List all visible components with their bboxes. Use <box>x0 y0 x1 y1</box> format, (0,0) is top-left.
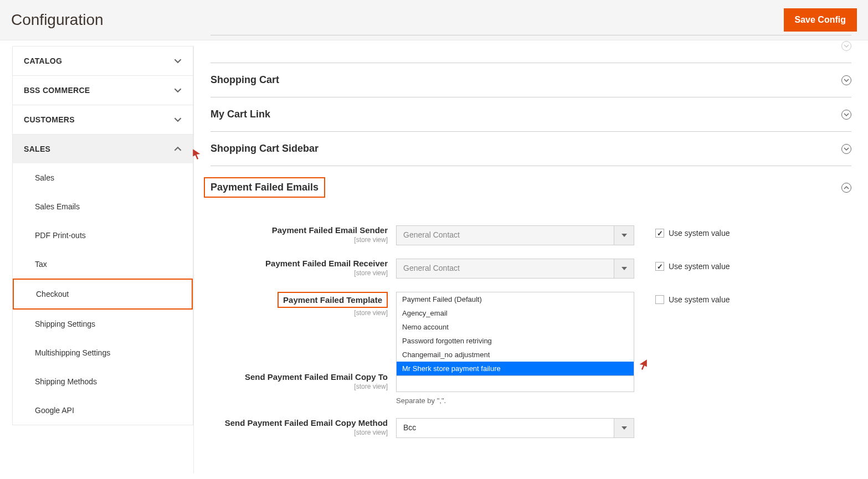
sidebar-group-catalog[interactable]: CATALOG <box>12 46 193 75</box>
sidebar-item-google-api[interactable]: Google API <box>13 396 193 425</box>
section-title: Payment Failed Emails <box>204 177 325 198</box>
main-content: Checkout Options Shopping Cart My Cart L… <box>194 40 868 473</box>
dropdown-option[interactable]: Password forgotten retriving <box>397 334 634 348</box>
sender-select[interactable]: General Contact <box>396 225 634 245</box>
checkbox-label: Use system value <box>669 295 730 304</box>
chevron-down-icon <box>174 116 182 123</box>
sidebar-group-label: BSS COMMERCE <box>24 86 90 95</box>
chevron-up-icon <box>174 145 182 153</box>
field-label: Payment Failed Email Sender <box>210 225 388 235</box>
sidebar-group-bss-commerce[interactable]: BSS COMMERCE <box>12 75 193 105</box>
row-copy-to: Send Payment Failed Email Copy To [store… <box>210 372 851 405</box>
dropdown-option[interactable]: Changemail_no adjustment <box>397 348 634 362</box>
expand-down-icon <box>841 144 851 154</box>
checkbox-label: Use system value <box>669 229 730 238</box>
dropdown-option[interactable]: Agency_email <box>397 306 634 320</box>
helper-text: Separate by ",". <box>396 396 634 405</box>
scope-label: [store view] <box>210 236 388 244</box>
sidebar-item-tax[interactable]: Tax <box>13 250 193 279</box>
sidebar-item-pdf-printouts[interactable]: PDF Print-outs <box>13 221 193 250</box>
annotation-arrow-icon <box>192 148 204 162</box>
sidebar-item-shipping-methods[interactable]: Shipping Methods <box>13 367 193 396</box>
annotation-arrow-icon <box>636 358 648 372</box>
dropdown-arrow-icon <box>614 226 634 245</box>
field-label: Send Payment Failed Email Copy To <box>210 372 388 382</box>
sidebar-item-shipping-settings[interactable]: Shipping Settings <box>13 310 193 338</box>
section-shopping-cart-sidebar[interactable]: Shopping Cart Sidebar <box>210 132 851 166</box>
sidebar-item-checkout[interactable]: Checkout <box>13 279 193 310</box>
page-title: Configuration <box>11 11 104 29</box>
payment-failed-form: Payment Failed Email Sender [store view]… <box>210 209 851 457</box>
row-template: Payment Failed Template [store view] Pay… <box>210 292 851 317</box>
sidebar-item-multishipping-settings[interactable]: Multishipping Settings <box>13 338 193 367</box>
sidebar: CATALOG BSS COMMERCE CUSTOMERS SALES <box>12 46 194 473</box>
dropdown-option[interactable]: Nemo account <box>397 320 634 334</box>
row-sender: Payment Failed Email Sender [store view]… <box>210 225 851 245</box>
sidebar-sales-items: Sales Sales Emails PDF Print-outs Tax Ch… <box>13 163 193 425</box>
scope-label: [store view] <box>210 269 388 277</box>
sidebar-group-label: SALES <box>24 145 50 153</box>
chevron-down-icon <box>174 86 182 94</box>
scope-label: [store view] <box>210 429 388 436</box>
field-label: Payment Failed Template <box>278 292 388 308</box>
select-value: General Contact <box>397 259 614 278</box>
select-value: General Contact <box>397 226 614 245</box>
expand-down-icon <box>841 41 851 51</box>
scope-label: [store view] <box>210 309 388 317</box>
sidebar-item-sales-emails[interactable]: Sales Emails <box>13 192 193 221</box>
dropdown-arrow-icon <box>614 419 634 437</box>
dropdown-option[interactable]: Payment Failed (Default) <box>397 292 634 306</box>
use-system-checkbox[interactable] <box>655 295 664 304</box>
sidebar-group-customers[interactable]: CUSTOMERS <box>12 105 193 134</box>
dropdown-option-selected[interactable]: Mr Sherk store payment failure <box>397 362 634 375</box>
expand-down-icon <box>841 110 851 120</box>
sidebar-group-sales[interactable]: SALES Sales Sales Emails PDF Print-outs … <box>12 134 193 425</box>
section-my-cart-link[interactable]: My Cart Link <box>210 97 851 132</box>
row-copy-method: Send Payment Failed Email Copy Method [s… <box>210 418 851 438</box>
field-label: Payment Failed Email Receiver <box>210 259 388 268</box>
receiver-select[interactable]: General Contact <box>396 259 634 279</box>
section-shopping-cart[interactable]: Shopping Cart <box>210 63 851 97</box>
main-container: CATALOG BSS COMMERCE CUSTOMERS SALES <box>0 40 868 473</box>
collapse-up-icon <box>841 183 851 193</box>
section-payment-failed-emails[interactable]: Payment Failed Emails <box>210 166 851 209</box>
row-receiver: Payment Failed Email Receiver [store vie… <box>210 259 851 279</box>
section-title: My Cart Link <box>210 109 270 120</box>
select-value: Bcc <box>397 419 614 437</box>
sidebar-group-label: CUSTOMERS <box>24 115 75 124</box>
section-title: Shopping Cart <box>210 74 279 86</box>
checkbox-label: Use system value <box>669 262 730 271</box>
save-config-button[interactable]: Save Config <box>784 8 857 32</box>
expand-down-icon <box>841 75 851 85</box>
use-system-checkbox[interactable] <box>655 262 664 271</box>
sidebar-group-label: CATALOG <box>24 56 62 65</box>
chevron-down-icon <box>174 57 182 65</box>
template-dropdown[interactable]: Payment Failed (Default) Agency_email Ne… <box>396 292 634 376</box>
use-system-checkbox[interactable] <box>655 229 664 238</box>
field-label: Send Payment Failed Email Copy Method <box>210 418 388 428</box>
scope-label: [store view] <box>210 383 388 390</box>
sidebar-item-sales[interactable]: Sales <box>13 163 193 192</box>
dropdown-arrow-icon <box>614 259 634 278</box>
copy-method-select[interactable]: Bcc <box>396 418 634 438</box>
section-checkout-options[interactable]: Checkout Options <box>210 35 851 63</box>
section-title: Shopping Cart Sidebar <box>210 143 319 154</box>
